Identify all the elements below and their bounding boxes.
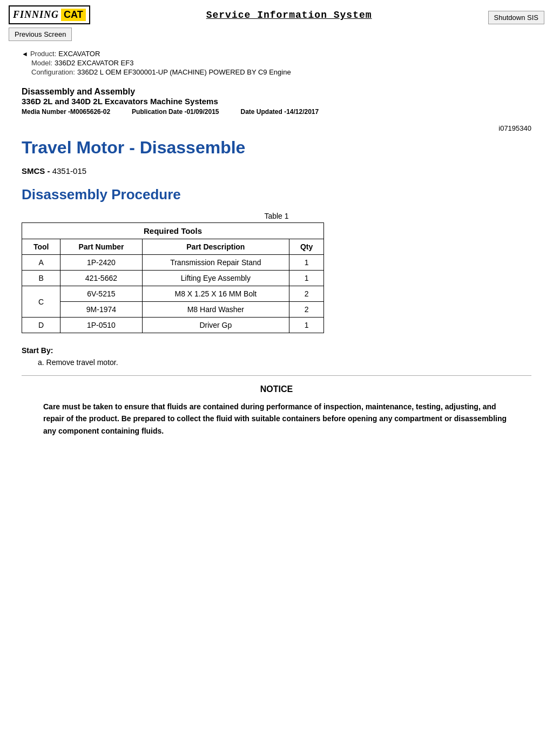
config-line: Configuration: 336D2 L OEM EF300001-UP (… — [22, 68, 531, 76]
sub-title: Disassembly Procedure — [22, 186, 531, 203]
part-number-a: 1P-2420 — [60, 255, 142, 271]
main-title: Travel Motor - Disassemble — [22, 138, 531, 158]
date-updated: Date Updated -14/12/2017 — [240, 108, 319, 116]
shutdown-sis-button[interactable]: Shutdown SIS — [488, 11, 544, 24]
logo-area: FINNING CAT Previous Screen — [9, 5, 90, 41]
header-right: Shutdown SIS — [488, 5, 544, 24]
qty-b: 1 — [289, 271, 324, 286]
table-row: 9M-1974 M8 Hard Washer 2 — [22, 302, 324, 318]
tool-c: C — [22, 286, 60, 318]
start-by-item-a: a. Remove travel motor. — [38, 358, 531, 367]
product-info: ◄ Product: EXCAVATOR Model: 336D2 EXCAVA… — [22, 50, 531, 76]
col-qty: Qty — [289, 239, 324, 255]
col-part-description: Part Description — [142, 239, 289, 255]
previous-screen-button[interactable]: Previous Screen — [9, 28, 72, 41]
doc-id: i07195340 — [22, 124, 531, 132]
qty-c2: 2 — [289, 302, 324, 318]
notice-section: NOTICE Care must be taken to ensure that… — [22, 375, 531, 437]
main-content: ◄ Product: EXCAVATOR Model: 336D2 EXCAVA… — [0, 41, 553, 453]
part-number-c1: 6V-5215 — [60, 286, 142, 302]
cat-logo: CAT — [61, 9, 86, 21]
model-label: Model: — [31, 59, 52, 67]
start-by-section: Start By: a. Remove travel motor. — [22, 346, 531, 367]
media-line: Media Number -M0065626-02 Publication Da… — [22, 108, 531, 116]
qty-c1: 2 — [289, 286, 324, 302]
table-row: C 6V-5215 M8 X 1.25 X 16 MM Bolt 2 — [22, 286, 324, 302]
table-row: A 1P-2420 Transmission Repair Stand 1 — [22, 255, 324, 271]
part-desc-d: Driver Gp — [142, 318, 289, 333]
qty-a: 1 — [289, 255, 324, 271]
required-tools-header-row: Required Tools — [22, 223, 324, 239]
required-tools-table: Required Tools Tool Part Number Part Des… — [22, 222, 324, 333]
col-part-number: Part Number — [60, 239, 142, 255]
model-line: Model: 336D2 EXCAVATOR EF3 — [22, 59, 531, 67]
smcs-value: 4351-015 — [52, 166, 86, 176]
part-number-c2: 9M-1974 — [60, 302, 142, 318]
tool-a: A — [22, 255, 60, 271]
column-header-row: Tool Part Number Part Description Qty — [22, 239, 324, 255]
notice-title: NOTICE — [22, 384, 531, 394]
part-number-d: 1P-0510 — [60, 318, 142, 333]
smcs-line: SMCS - 4351-015 — [22, 166, 531, 176]
product-line: ◄ Product: EXCAVATOR — [22, 50, 531, 58]
table-row: B 421-5662 Lifting Eye Assembly 1 — [22, 271, 324, 286]
header-center: Service Information System — [90, 5, 488, 21]
doc-heading: Disassembly and Assembly 336D 2L and 340… — [22, 87, 531, 116]
finning-logo: FINNING — [13, 9, 59, 21]
part-desc-c2: M8 Hard Washer — [142, 302, 289, 318]
table-row: D 1P-0510 Driver Gp 1 — [22, 318, 324, 333]
start-by-title: Start By: — [22, 346, 531, 355]
triangle-icon: ◄ — [22, 50, 28, 58]
pub-date: Publication Date -01/09/2015 — [132, 108, 219, 116]
table-caption: Table 1 — [22, 212, 531, 220]
config-value: 336D2 L OEM EF300001-UP (MACHINE) POWERE… — [77, 68, 291, 76]
model-value: 336D2 EXCAVATOR EF3 — [55, 59, 133, 67]
required-tools-header: Required Tools — [22, 223, 324, 239]
product-value: EXCAVATOR — [58, 50, 100, 58]
config-label: Configuration: — [31, 68, 75, 76]
part-desc-a: Transmission Repair Stand — [142, 255, 289, 271]
page-header: FINNING CAT Previous Screen Service Info… — [0, 0, 553, 41]
smcs-label: SMCS - — [22, 166, 50, 176]
logo-box: FINNING CAT — [9, 5, 90, 24]
col-tool: Tool — [22, 239, 60, 255]
part-number-b: 421-5662 — [60, 271, 142, 286]
part-desc-c1: M8 X 1.25 X 16 MM Bolt — [142, 286, 289, 302]
doc-heading-1: Disassembly and Assembly — [22, 87, 531, 97]
doc-heading-2: 336D 2L and 340D 2L Excavators Machine S… — [22, 97, 531, 106]
part-desc-b: Lifting Eye Assembly — [142, 271, 289, 286]
notice-body: Care must be taken to ensure that fluids… — [43, 401, 510, 437]
product-label: Product: — [30, 50, 56, 58]
sis-title: Service Information System — [90, 10, 488, 21]
tool-b: B — [22, 271, 60, 286]
media-number: Media Number -M0065626-02 — [22, 108, 110, 116]
qty-d: 1 — [289, 318, 324, 333]
tool-d: D — [22, 318, 60, 333]
